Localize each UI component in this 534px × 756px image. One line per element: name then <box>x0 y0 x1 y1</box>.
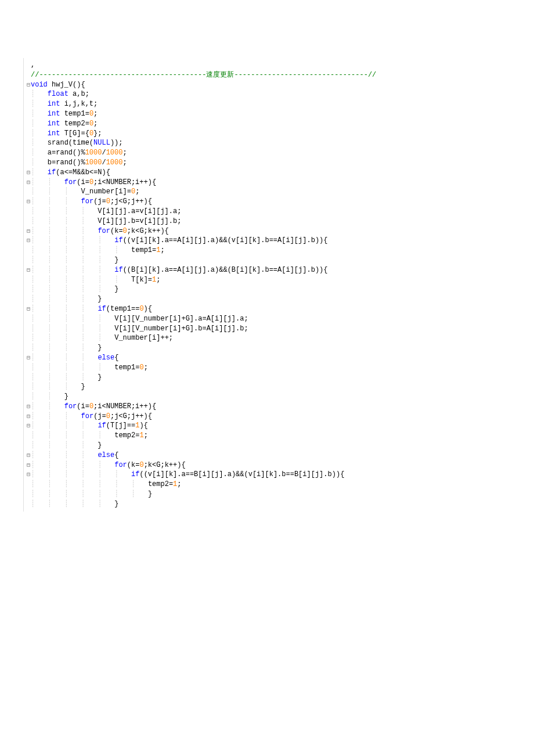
document-page: , //------------------------------------… <box>0 0 534 535</box>
code-editor-snippet: , //------------------------------------… <box>23 58 511 512</box>
